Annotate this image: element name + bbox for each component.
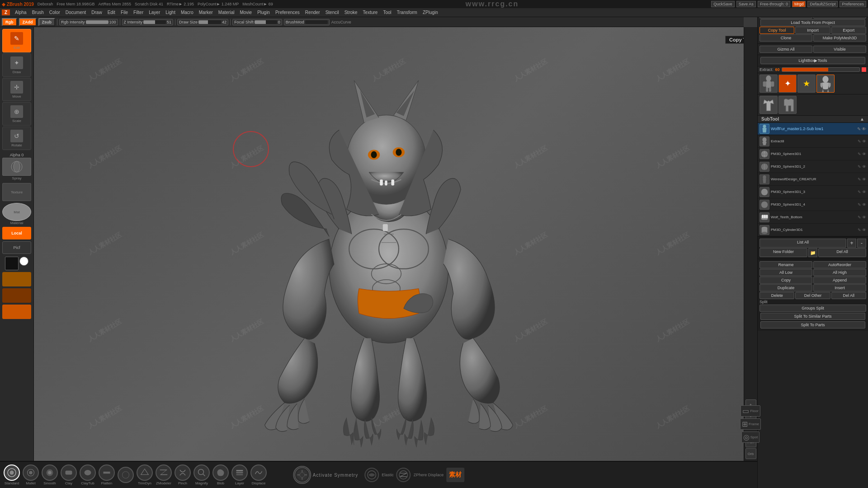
clone-button[interactable]: Clone bbox=[760, 34, 812, 42]
floor-button[interactable]: ▭ Floor bbox=[741, 405, 760, 417]
viewport[interactable]: 人人素材社区 人人素材社区 人人素材社区 人人素材社区 人人素材社区 人人素材社… bbox=[34, 27, 744, 461]
menu-texture[interactable]: Texture bbox=[361, 9, 380, 16]
subtool-eye-7[interactable]: 👁 bbox=[862, 215, 866, 220]
material-sphere[interactable]: Mat bbox=[2, 203, 31, 221]
menu-brush[interactable]: Brush bbox=[30, 9, 46, 16]
menu-preferences[interactable]: Preferences bbox=[273, 9, 302, 16]
focal-shift-slider[interactable]: Focal Shift 0 bbox=[232, 19, 282, 25]
subtool-pencil-2[interactable]: ✎ bbox=[858, 152, 861, 156]
draw-size-slider[interactable]: Draw Size 42 bbox=[177, 19, 228, 25]
menu-color[interactable]: Color bbox=[47, 9, 62, 16]
menu-draw[interactable]: Draw bbox=[89, 9, 104, 16]
primary-color[interactable] bbox=[5, 257, 19, 270]
menu-marker[interactable]: Marker bbox=[197, 9, 215, 16]
subtool-item-pm3d1[interactable]: PM3D_Sphere3D1 ✎ 👁 bbox=[758, 148, 868, 160]
subtool-pencil-6[interactable]: ✎ bbox=[858, 202, 861, 207]
subtool-item-extract8[interactable]: Extract8 ✎ 👁 bbox=[758, 135, 868, 148]
model-viewport[interactable] bbox=[34, 27, 744, 461]
claytub-brush[interactable]: ClayTub bbox=[80, 465, 96, 485]
subtool-pencil-3[interactable]: ✎ bbox=[858, 164, 861, 169]
color-swatch-1[interactable] bbox=[2, 272, 31, 286]
subtool-item-werewolf[interactable]: WerewolfDesign_CREATUR ✎ 👁 bbox=[758, 173, 868, 186]
list-all-plus[interactable]: + bbox=[847, 239, 856, 248]
subtool-eye-6[interactable]: 👁 bbox=[862, 202, 866, 207]
tool-thumb-star[interactable]: ★ bbox=[797, 75, 816, 93]
z-intensity-slider[interactable]: Z Intensity 51 bbox=[122, 19, 174, 25]
menu-light[interactable]: Light bbox=[163, 9, 178, 16]
frame-button[interactable]: ⊞ Frame bbox=[740, 418, 761, 430]
brushmod-slider[interactable]: BrushMod bbox=[284, 19, 330, 25]
pinch-brush[interactable]: Pinch bbox=[175, 465, 191, 485]
load-tools-from-project-button[interactable]: Load Tools From Project bbox=[760, 19, 865, 26]
menu-tool[interactable]: Tool bbox=[381, 9, 393, 16]
list-all-button[interactable]: List All bbox=[760, 239, 846, 248]
menu-macro[interactable]: Macro bbox=[179, 9, 196, 16]
subtool-eye-8[interactable]: 👁 bbox=[862, 228, 866, 232]
rgb-intensity-slider[interactable]: Rgb Intensity 100 bbox=[59, 19, 118, 25]
menu-stroke[interactable]: Stroke bbox=[342, 9, 360, 16]
copy-tool-button[interactable]: Copy Tool bbox=[760, 27, 794, 34]
flatten-brush[interactable]: Flatten bbox=[99, 465, 115, 485]
accu-curve-label[interactable]: AccuCurve bbox=[331, 20, 351, 24]
default-zscript-button[interactable]: DefaultZScript bbox=[807, 1, 838, 7]
spot-button[interactable]: ◎ Spot bbox=[741, 432, 760, 443]
menu-movie[interactable]: Movie bbox=[237, 9, 254, 16]
subtool-item-cylinder[interactable]: PM3D_Cylinder3D1 ✎ 👁 bbox=[758, 224, 868, 236]
subtool-eye-4[interactable]: 👁 bbox=[862, 177, 866, 182]
lightbox-tools-button[interactable]: LightBox▶Tools bbox=[760, 57, 865, 64]
menu-filter[interactable]: Filter bbox=[131, 9, 146, 16]
menu-render[interactable]: Render bbox=[303, 9, 322, 16]
subtool-pencil-8[interactable]: ✎ bbox=[858, 228, 861, 232]
list-all-minus[interactable]: - bbox=[857, 239, 866, 248]
import-button[interactable]: Import bbox=[795, 27, 830, 34]
groups-split-button[interactable]: Groups Split bbox=[760, 305, 866, 312]
blob-brush[interactable]: Blob bbox=[212, 465, 229, 485]
subtool-item-teeth[interactable]: Wolf_Teeth_Bottom ✎ 👁 bbox=[758, 211, 868, 224]
subtool-item-pm3d4[interactable]: PM3D_Sphere3D1_4 ✎ 👁 bbox=[758, 198, 868, 211]
subtool-item-pm3d2[interactable]: PM3D_Sphere3D1_2 ✎ 👁 bbox=[758, 160, 868, 173]
zmodeler-brush[interactable]: ZModeler bbox=[156, 465, 172, 485]
subtool-item-pm3d3[interactable]: PM3D_Sphere3D1_3 ✎ 👁 bbox=[758, 186, 868, 198]
texture-thumbnail[interactable]: Texture bbox=[2, 183, 31, 201]
rgb-button[interactable]: Rgb bbox=[2, 18, 17, 26]
make-polymesh3d-button[interactable]: Make PolyMesh3D bbox=[813, 34, 866, 42]
tool-thumb-selected[interactable] bbox=[816, 75, 835, 93]
displace-brush[interactable]: Displace bbox=[250, 465, 267, 485]
del-all-button[interactable]: Del All bbox=[818, 248, 866, 257]
all-high-button[interactable]: All High bbox=[813, 269, 866, 276]
saveas-button[interactable]: Save As bbox=[736, 1, 756, 7]
draw-tool[interactable]: ✦ Draw bbox=[2, 53, 31, 77]
append-button[interactable]: Append bbox=[813, 277, 866, 284]
del-other-button[interactable]: Del Other bbox=[795, 292, 830, 299]
split-parts-button[interactable]: Split To Parts bbox=[760, 321, 865, 328]
zadd-button[interactable]: ZAdd bbox=[19, 18, 37, 26]
tool-thumb-active[interactable]: ✦ bbox=[778, 75, 797, 93]
local-button[interactable]: Local bbox=[2, 227, 31, 239]
color-swatch-2[interactable] bbox=[2, 288, 31, 303]
auto-reorder-button[interactable]: AutoReorder bbox=[813, 261, 866, 268]
gizmo-all-button[interactable]: Gizmo All bbox=[760, 46, 812, 53]
free-through-button[interactable]: Free-through: 0 bbox=[758, 1, 790, 7]
mrgd-button[interactable]: Mrgd bbox=[792, 1, 806, 7]
subtool-active-item[interactable]: WolfFur_master1.2-Sub low1 ✎ 👁 bbox=[758, 123, 868, 135]
menu-zplugin[interactable]: ZPlugin bbox=[420, 9, 440, 16]
delete-button[interactable]: Delete bbox=[760, 292, 794, 299]
menu-transform[interactable]: Transform bbox=[395, 9, 420, 16]
menu-layer[interactable]: Layer bbox=[146, 9, 162, 16]
insert-button[interactable]: Insert bbox=[813, 284, 866, 291]
copy-button[interactable]: Copy bbox=[760, 277, 812, 284]
orbit-button[interactable]: Orb bbox=[745, 448, 756, 459]
secondary-color[interactable] bbox=[19, 257, 28, 266]
new-folder-button[interactable]: New Folder bbox=[760, 248, 807, 257]
smooth-brush[interactable]: Smooth bbox=[42, 465, 58, 485]
preferences-top-button[interactable]: Preferences bbox=[840, 1, 866, 7]
subtool-eye-5[interactable]: 👁 bbox=[862, 190, 866, 194]
edit-tool[interactable]: ✎ Edit bbox=[2, 29, 31, 52]
subtool-pencil-icon[interactable]: ✎ bbox=[857, 127, 861, 131]
rotate-tool[interactable]: ↺ Rotate bbox=[2, 127, 31, 150]
subtool-eye-2[interactable]: 👁 bbox=[862, 152, 866, 156]
menu-edit[interactable]: Edit bbox=[105, 9, 118, 16]
zsub-button[interactable]: Zsub bbox=[38, 18, 56, 26]
standard-brush[interactable]: Standard bbox=[4, 465, 20, 485]
rename-button[interactable]: Rename bbox=[760, 261, 812, 268]
